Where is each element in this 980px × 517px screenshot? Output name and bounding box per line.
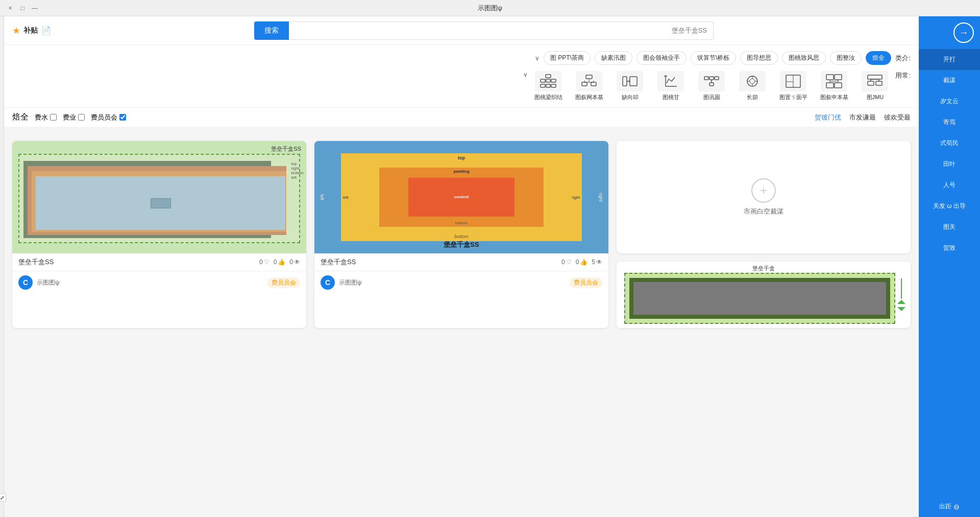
category-filter-row: :类介 焙全 图整汝 图桃致风思 图导想思 状算节\桥栎 图会领袖业手 缺素汛图… — [12, 49, 911, 67]
sidebar-expand-button[interactable]: ⤢ — [0, 494, 6, 502]
window-title-1: 示图图ψ — [37, 278, 60, 287]
card-title-1: 堡垒千盒SS — [18, 257, 54, 267]
checkbox-free-input[interactable] — [50, 114, 57, 121]
eye-icon-2: 👁 — [596, 258, 602, 266]
filter-sketch[interactable]: 缺素汛图 — [595, 51, 632, 65]
sort-recommend-btn[interactable]: 贺彼门优 — [815, 113, 841, 122]
filter-checkboxes: 费员员会 费业 费水 焙全 — [12, 112, 126, 123]
blank-template-card[interactable]: + 市画白空裁谋 — [617, 141, 911, 253]
sidebar-item-open[interactable]: 开打 — [919, 49, 980, 70]
search-input[interactable] — [289, 21, 714, 40]
side-label-right: right — [598, 193, 603, 202]
card-preview-2: top bottom left right padding bottom — [314, 141, 608, 253]
diagram-type-network[interactable]: 图叙申本基 — [818, 71, 850, 101]
member-badge-2: 费员员会 — [570, 277, 602, 288]
checkbox-member-input[interactable] — [78, 114, 85, 121]
thumb-icon-1: 👍 — [278, 258, 285, 266]
filter-biz[interactable]: 图会领袖业手 — [636, 51, 687, 65]
sidebar-item-citizen[interactable]: 式苟民 — [919, 133, 980, 154]
svg-point-17 — [750, 79, 755, 84]
sidebar-item-comment[interactable]: 寄骂 — [919, 112, 980, 133]
diagram-type-process[interactable]: 图讯圆 — [695, 71, 728, 101]
content-area: 堡垒千盒SS — [4, 133, 919, 517]
filter-algo[interactable]: 状算节\桥栎 — [691, 51, 736, 65]
sidebar-item-screenshot[interactable]: 截谋 — [919, 70, 980, 91]
svg-rect-9 — [835, 83, 842, 88]
sidebar-item-congratulate[interactable]: 贺致 — [919, 238, 980, 258]
box-model-inner: content — [408, 178, 515, 217]
svg-rect-44 — [546, 75, 551, 78]
sidebar-item-field[interactable]: 田叶 — [919, 154, 980, 175]
diagram-preview-1: 堡垒千盒SS — [12, 141, 306, 253]
sort-new-btn[interactable]: 市发谦最 — [849, 113, 876, 122]
sort-hot-btn[interactable]: 彼欢受最 — [884, 113, 911, 122]
sidebar-item-person[interactable]: 人号 — [919, 175, 980, 196]
svg-rect-48 — [541, 84, 545, 87]
category-label: :类介 — [895, 54, 911, 63]
arrow-circle-button[interactable]: → — [953, 22, 974, 43]
sidebar-item-cloud[interactable]: 岁文云 — [919, 91, 980, 112]
filter-flowchart[interactable]: 图整汝 — [830, 51, 862, 65]
process-label: 图讯圆 — [703, 93, 720, 101]
box-label-bottom-1: bottom — [454, 234, 469, 239]
logo-text: 补贴 — [23, 26, 38, 35]
outer-box — [18, 154, 300, 243]
margin-box — [23, 161, 271, 238]
svg-rect-8 — [826, 83, 834, 88]
card-title-2: 堡垒千盒SS — [321, 257, 356, 267]
card-footer-2: 👁 5 👍 0 ♡ 0 堡垒千盒SS — [314, 253, 608, 271]
thumb-icon-2: 👍 — [580, 258, 587, 266]
diagram-type-direction[interactable]: 图桃甘 — [654, 71, 687, 101]
sidebar-item-export[interactable]: 关发 ω 出导 — [919, 196, 980, 217]
close-button[interactable]: × — [6, 4, 14, 12]
usage-filter-row: :用常 — [12, 69, 911, 103]
filter-mindmap2[interactable]: 图导想思 — [740, 51, 778, 65]
svg-marker-52 — [897, 307, 905, 311]
free-label: 费水 — [35, 113, 48, 122]
member-label: 费业 — [63, 113, 76, 122]
card-actions-2: 费员员会 示图图ψ C — [314, 271, 608, 294]
diagram-type-floorplan[interactable]: 图置ㄎ面平 — [777, 71, 810, 101]
box3-outer — [624, 273, 895, 324]
app-layout: ⤢ ★ 补贴 📄 搜索 :类介 焙全 图整汝 图桃致风思 图导想思 — [0, 16, 980, 517]
svg-rect-37 — [586, 75, 592, 79]
diagram-type-org[interactable]: 图叙网本基 — [573, 71, 605, 101]
checkbox-free[interactable]: 费水 — [35, 113, 57, 122]
search-button[interactable]: 搜索 — [254, 21, 289, 40]
filter-ppt[interactable]: 图 PPT\茶商 — [544, 51, 591, 65]
content-topbar: 费员员会 费业 费水 焙全 贺彼门优 市发谦最 彼欢受最 — [4, 108, 919, 127]
usage-expand-icon[interactable]: ∨ — [523, 71, 528, 78]
box-model-middle: padding bottom content — [379, 168, 543, 227]
filter-all[interactable]: 焙全 — [866, 51, 891, 65]
brand-area-1: 示图图ψ C — [18, 275, 60, 290]
svg-rect-38 — [582, 82, 587, 86]
box3-middle — [629, 278, 890, 319]
diagram-type-arrow[interactable]: 缺向叩 — [614, 71, 646, 101]
stat-views-1: 👁 0 — [289, 258, 300, 266]
checkbox-member[interactable]: 费业 — [63, 113, 85, 122]
category-expand-icon[interactable]: ∨ — [535, 55, 540, 62]
card-preview-1: 堡垒千盒SS — [12, 141, 306, 253]
inner-content — [151, 198, 171, 208]
arrow-label: 缺向叩 — [622, 93, 639, 101]
diagram-type-circular[interactable]: 长節 — [736, 71, 769, 101]
checkbox-vip-input[interactable] — [119, 114, 126, 121]
svg-rect-33 — [623, 77, 627, 86]
svg-rect-45 — [541, 79, 545, 82]
restore-button[interactable]: □ — [18, 4, 27, 12]
like-count-1: 0 — [274, 258, 277, 266]
minimize-button[interactable]: — — [31, 4, 39, 12]
svg-rect-46 — [546, 79, 550, 82]
svg-marker-51 — [897, 300, 905, 304]
diagram-type-uml[interactable]: 图JMU — [859, 71, 891, 101]
filter-mind-map[interactable]: 图桃致风思 — [782, 51, 826, 65]
diagram-type-complex-org[interactable]: 图桃梁织结 — [532, 71, 565, 101]
checkbox-vip[interactable]: 费员员会 — [91, 113, 126, 122]
sidebar-item-close[interactable]: 图关 — [919, 217, 980, 238]
diagram-title-2: 堡垒千盒SS — [314, 240, 608, 249]
window-title: 示图图ψ — [478, 4, 502, 13]
logout-button[interactable]: ⊖ 出距 — [919, 496, 980, 517]
all-label: 焙全 — [12, 112, 29, 123]
template-grid: 堡垒千盒SS — [12, 141, 911, 328]
main-content: ★ 补贴 📄 搜索 :类介 焙全 图整汝 图桃致风思 图导想思 状算节\桥栎 图… — [4, 16, 919, 517]
